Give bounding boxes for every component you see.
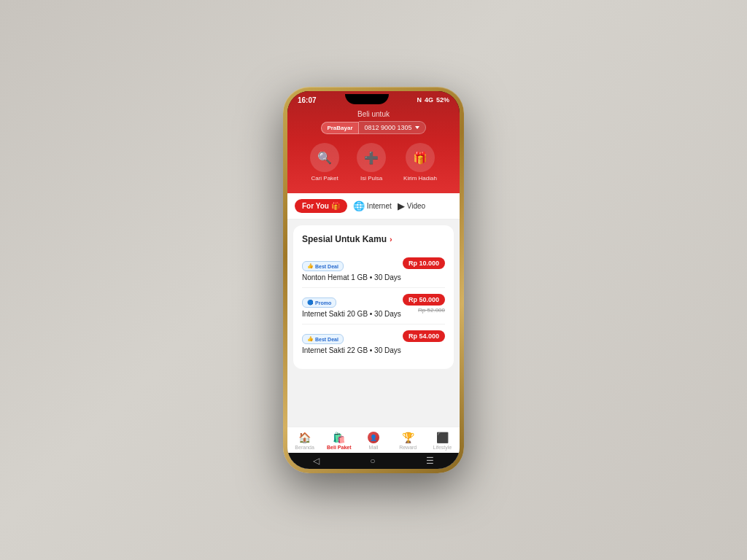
package-left-1: 👍 Best Deal Nonton Hemat 1 GB • 30 Days [302,257,403,281]
badge-icon-1: 👍 [307,263,314,269]
badge-label-1: Best Deal [315,264,338,269]
status-icons: N 4G 52% [417,96,449,104]
internet-label: Internet [367,202,392,210]
package-left-3: 👍 Best Deal Internet Sakti 22 GB • 30 Da… [302,330,403,354]
price-badge-2: Rp 50.000 [403,294,445,306]
badge-best-deal-1: 👍 Best Deal [302,261,344,271]
recent-button[interactable]: ☰ [426,456,434,466]
phone-type-badge: PraBayar [321,122,358,134]
scroll-content[interactable]: Spesial Untuk Kamu › 👍 Best Deal [287,219,460,427]
phone-selector[interactable]: PraBayar 0812 9000 1305 [287,121,460,134]
kirim-hadiah-icon: 🎁 [406,143,435,172]
reward-icon: 🏆 [402,432,414,443]
beli-paket-icon: 🛍️ [333,432,345,443]
notch [345,94,389,104]
kirim-hadiah-label: Kirim Hadiah [403,175,437,182]
package-right-1: Rp 10.000 [403,257,445,269]
phone-outer: 16:07 N 4G 52% Beli untuk PraBayar [283,87,464,473]
mall-avatar: 👤 [368,432,379,443]
video-icon: ▶ [398,201,405,211]
package-left-2: 🔵 Promo Internet Sakti 20 GB • 30 Days [302,294,403,318]
special-title-text: Spesial Untuk Kamu [302,234,387,244]
phone-number-button[interactable]: 0812 9000 1305 [359,121,426,134]
reward-label: Reward [399,445,417,450]
package-item-2[interactable]: 🔵 Promo Internet Sakti 20 GB • 30 Days R… [302,288,445,324]
action-icons: 🔍 Cari Paket ➕ Isi Pulsa 🎁 Kirim Hadiah [287,143,460,182]
for-you-label: For You [302,202,329,210]
video-label: Video [407,202,425,210]
beli-paket-label: Beli Paket [327,445,351,450]
package-name-2: Internet Sakti 20 GB • 30 Days [302,310,403,318]
lifestyle-label: Lifestyle [433,445,452,450]
scene: 16:07 N 4G 52% Beli untuk PraBayar [0,0,747,560]
package-name-3: Internet Sakti 22 GB • 30 Days [302,346,403,354]
header-section: 16:07 N 4G 52% Beli untuk PraBayar [287,91,460,193]
package-item-1[interactable]: 👍 Best Deal Nonton Hemat 1 GB • 30 Days … [302,252,445,288]
badge-label-3: Best Deal [315,337,338,342]
lifestyle-icon: ⬛ [436,432,449,443]
cari-paket-icon: 🔍 [310,143,339,172]
price-badge-3: Rp 54.000 [403,330,445,342]
beranda-label: Beranda [295,445,314,450]
status-bar: 16:07 N 4G 52% [287,91,460,106]
category-tabs: For You 🎁 🌐 Internet ▶ Video [287,193,460,219]
cari-paket-action[interactable]: 🔍 Cari Paket [310,143,339,182]
badge-label-2: Promo [315,300,331,306]
chevron-down-icon [415,126,419,129]
phone-number: 0812 9000 1305 [365,124,412,131]
cari-paket-label: Cari Paket [311,175,338,182]
nav-mall[interactable]: 👤 Mall [356,432,390,450]
badge-icon-3: 👍 [307,336,314,342]
tab-video[interactable]: ▶ Video [398,201,425,211]
special-title-arrow: › [390,235,392,244]
isi-pulsa-action[interactable]: ➕ Isi Pulsa [357,143,386,182]
package-right-3: Rp 54.000 [403,330,445,342]
screen: 16:07 N 4G 52% Beli untuk PraBayar [287,91,460,469]
battery-level: 52% [436,96,449,104]
tab-internet[interactable]: 🌐 Internet [353,201,392,211]
package-name-1: Nonton Hemat 1 GB • 30 Days [302,273,403,281]
package-right-2: Rp 50.000 Rp 52.000 [403,294,445,314]
android-nav: ◁ ○ ☰ [287,453,460,469]
status-time: 16:07 [298,96,317,104]
badge-icon-2: 🔵 [307,300,314,306]
price-original-2: Rp 52.000 [418,307,445,314]
package-item-3[interactable]: 👍 Best Deal Internet Sakti 22 GB • 30 Da… [302,324,445,360]
nav-beli-paket[interactable]: 🛍️ Beli Paket [322,432,356,450]
badge-best-deal-3: 👍 Best Deal [302,334,344,344]
nav-lifestyle[interactable]: ⬛ Lifestyle [425,432,460,450]
tab-for-you[interactable]: For You 🎁 [295,199,347,213]
kirim-hadiah-action[interactable]: 🎁 Kirim Hadiah [403,143,437,182]
beli-untuk-label: Beli untuk [287,110,460,118]
signal-4g: 4G [425,96,433,104]
nav-beranda[interactable]: 🏠 Beranda [287,432,322,450]
special-card: Spesial Untuk Kamu › 👍 Best Deal [293,225,454,369]
content-area: For You 🎁 🌐 Internet ▶ Video [287,193,460,469]
badge-promo-2: 🔵 Promo [302,298,336,308]
isi-pulsa-label: Isi Pulsa [360,175,382,182]
network-indicator: N [417,96,422,104]
nav-reward[interactable]: 🏆 Reward [391,432,425,450]
special-title: Spesial Untuk Kamu › [302,234,445,244]
isi-pulsa-icon: ➕ [357,143,386,172]
internet-icon: 🌐 [353,201,365,211]
price-badge-1: Rp 10.000 [403,257,445,269]
bottom-nav: 🏠 Beranda 🛍️ Beli Paket 👤 Mall 🏆 [287,427,460,453]
mall-label: Mall [369,445,379,450]
beranda-icon: 🏠 [298,432,311,443]
for-you-icon: 🎁 [331,202,340,210]
back-button[interactable]: ◁ [313,456,320,466]
home-button[interactable]: ○ [370,456,375,466]
phone-inner: 16:07 N 4G 52% Beli untuk PraBayar [287,91,460,469]
